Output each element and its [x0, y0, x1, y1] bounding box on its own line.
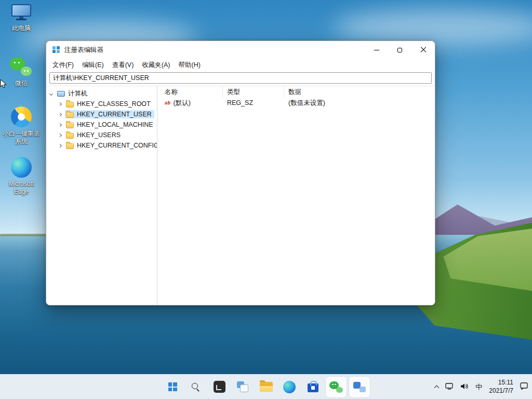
edge-icon [11, 157, 32, 178]
window-title: 注册表编辑器 [64, 46, 103, 55]
tree-item-label: 计算机 [68, 89, 88, 98]
this-pc-icon [11, 4, 32, 22]
edge-icon [283, 381, 296, 393]
menu-bar: 文件(F) 编辑(E) 查看(V) 收藏夹(A) 帮助(H) [46, 59, 435, 71]
close-icon [420, 47, 427, 53]
folder-icon [66, 102, 74, 108]
desktop-icon-this-pc[interactable]: 此电脑 [1, 4, 42, 32]
minimize-button[interactable] [365, 41, 388, 59]
menu-file[interactable]: 文件(F) [48, 59, 78, 71]
store-button[interactable] [302, 377, 323, 397]
running-app-button[interactable] [349, 377, 370, 397]
maximize-button[interactable] [388, 41, 411, 59]
value-data: (数值未设置) [284, 99, 435, 108]
clock-time: 15:11 [498, 379, 513, 387]
column-header-name[interactable]: 名称 [161, 86, 223, 98]
wechat-icon [329, 381, 343, 393]
tree-item-computer[interactable]: 计算机 [46, 88, 157, 99]
chevron-right-icon[interactable] [58, 133, 62, 137]
system-tray: 中 15:11 2021/7/7 [435, 375, 528, 399]
taskbar: 中 15:11 2021/7/7 [0, 374, 532, 399]
selected-tree-item[interactable]: HKEY_CURRENT_USER [65, 110, 154, 118]
taskbar-center [162, 377, 370, 397]
chevron-right-icon[interactable] [58, 123, 62, 126]
tree-item-hkey-current-config[interactable]: HKEY_CURRENT_CONFIG [46, 140, 157, 151]
start-button[interactable] [162, 377, 183, 397]
notification-icon[interactable] [520, 382, 528, 392]
wechat-icon [10, 56, 33, 77]
volume-icon[interactable] [460, 382, 469, 392]
chevron-down-icon[interactable] [49, 91, 53, 95]
tree-item-label: HKEY_CURRENT_CONFIG [77, 142, 157, 149]
tree-item-label: HKEY_CURRENT_USER [77, 111, 152, 118]
task-view-icon [237, 381, 248, 392]
task-view-button[interactable] [232, 377, 253, 397]
value-name: (默认) [174, 99, 191, 108]
display-icon[interactable] [445, 382, 454, 392]
registry-values-pane[interactable]: 名称 类型 数据 ab (默认) REG_SZ (数值未设置) [157, 86, 435, 305]
chevron-right-icon[interactable] [58, 143, 62, 147]
window-titlebar[interactable]: 注册表编辑器 [46, 41, 435, 59]
registry-tree-pane[interactable]: 计算机 HKEY_CLASSES_ROOT HKEY_CURRENT_USER [46, 86, 157, 305]
ime-indicator[interactable]: 中 [475, 382, 482, 392]
address-input[interactable] [49, 72, 432, 84]
store-icon [308, 383, 318, 392]
folder-icon [66, 123, 74, 128]
menu-help[interactable]: 帮助(H) [174, 59, 204, 71]
desktop[interactable]: 此电脑 微信 小白一键重装系统 Microsoft Edge 注册表编辑器 文件… [0, 0, 532, 399]
wechat-taskbar-button[interactable] [326, 377, 347, 397]
menu-favorites[interactable]: 收藏夹(A) [138, 59, 174, 71]
folder-icon [66, 133, 74, 139]
desktop-icon-edge[interactable]: Microsoft Edge [1, 157, 42, 196]
chevron-up-icon[interactable] [434, 385, 440, 390]
desktop-icon-xiaobai[interactable]: 小白一键重装系统 [1, 107, 42, 145]
maximize-icon [397, 48, 402, 52]
close-button[interactable] [411, 41, 435, 59]
tree-item-hkey-users[interactable]: HKEY_USERS [46, 130, 157, 140]
column-header-type[interactable]: 类型 [223, 86, 284, 98]
windows-logo-icon [168, 382, 177, 391]
folder-icon [66, 143, 74, 149]
menu-edit[interactable]: 编辑(E) [78, 59, 108, 71]
tree-item-label: HKEY_CLASSES_ROOT [77, 100, 151, 108]
app-icon-dark [214, 381, 225, 393]
taskbar-app-dark[interactable] [209, 377, 230, 397]
chevron-right-icon[interactable] [58, 112, 62, 116]
clock-date: 2021/7/7 [489, 387, 513, 395]
search-icon [192, 383, 200, 391]
tree-item-hkey-current-user[interactable]: HKEY_CURRENT_USER [46, 109, 157, 119]
menu-view[interactable]: 查看(V) [108, 59, 138, 71]
list-header: 名称 类型 数据 [161, 86, 435, 98]
registry-value-row[interactable]: ab (默认) REG_SZ (数值未设置) [161, 98, 435, 108]
tree-item-hkey-local-machine[interactable]: HKEY_LOCAL_MACHINE [46, 119, 157, 130]
edge-button[interactable] [279, 377, 300, 397]
file-explorer-icon [260, 382, 273, 392]
tree-item-label: HKEY_LOCAL_MACHINE [77, 121, 153, 128]
taskbar-clock[interactable]: 15:11 2021/7/7 [489, 379, 513, 395]
desktop-icon-label: 小白一键重装系统 [1, 130, 42, 145]
caption-buttons [365, 41, 435, 59]
folder-icon [66, 112, 74, 118]
column-header-data[interactable]: 数据 [284, 86, 435, 98]
string-value-icon: ab [165, 100, 171, 105]
tree-item-label: HKEY_USERS [77, 131, 121, 139]
window-body: 计算机 HKEY_CLASSES_ROOT HKEY_CURRENT_USER [46, 86, 435, 305]
desktop-icon-wechat[interactable]: 微信 [1, 56, 42, 87]
xiaobai-reinstall-icon [11, 107, 32, 127]
search-button[interactable] [185, 377, 206, 397]
value-type: REG_SZ [223, 99, 284, 107]
minimize-icon [374, 50, 379, 50]
tree-item-hkey-classes-root[interactable]: HKEY_CLASSES_ROOT [46, 99, 157, 109]
desktop-icon-label: 此电脑 [12, 24, 31, 32]
desktop-icon-label: Microsoft Edge [1, 180, 42, 196]
desktop-icon-label: 微信 [15, 79, 28, 87]
app-icon-people [353, 381, 366, 392]
registry-editor-window: 注册表编辑器 文件(F) 编辑(E) 查看(V) 收藏夹(A) 帮助(H) [46, 41, 435, 305]
file-explorer-button[interactable] [256, 377, 276, 397]
chevron-right-icon[interactable] [58, 102, 62, 105]
registry-editor-icon [52, 46, 60, 54]
computer-icon [57, 91, 65, 97]
address-bar [46, 71, 435, 86]
